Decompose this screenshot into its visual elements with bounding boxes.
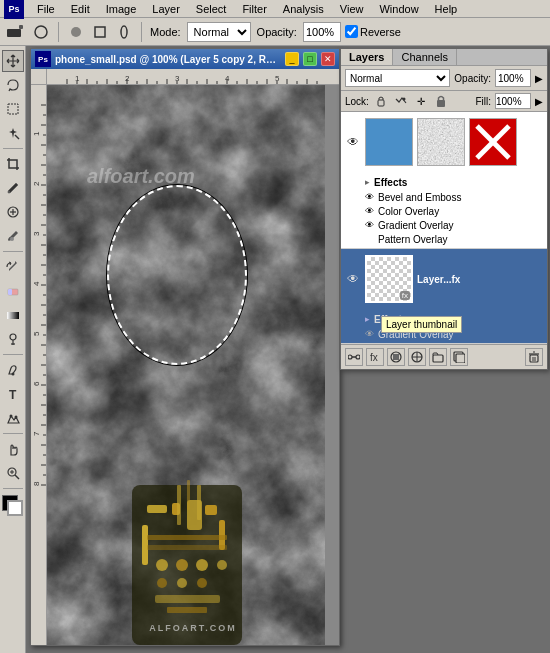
- link-layers-btn[interactable]: [345, 348, 363, 366]
- menu-analysis[interactable]: Analysis: [280, 3, 327, 15]
- svg-text:4: 4: [32, 281, 41, 286]
- svg-point-5: [121, 26, 127, 38]
- svg-rect-131: [418, 119, 465, 166]
- bevel-emboss-row[interactable]: 👁 Bevel and Emboss: [365, 190, 543, 204]
- menu-edit[interactable]: Edit: [68, 3, 93, 15]
- tool-spot-heal[interactable]: [2, 201, 24, 223]
- tool-dodge[interactable]: [2, 328, 24, 350]
- svg-rect-111: [205, 505, 217, 515]
- layers-lock-row: Lock: ✛: [341, 91, 547, 112]
- menu-window[interactable]: Window: [376, 3, 421, 15]
- canvas-with-ruler: 1 2 3 4 5 6 7 8: [31, 85, 339, 645]
- tool-brush[interactable]: [2, 225, 24, 247]
- tool-move[interactable]: [2, 50, 24, 72]
- brush-shape-soft[interactable]: [65, 21, 87, 43]
- tab-channels[interactable]: Channels: [393, 49, 456, 65]
- layer-row-1[interactable]: 👁: [341, 112, 547, 249]
- lock-transparency-btn[interactable]: [373, 93, 389, 109]
- fill-input[interactable]: [495, 93, 531, 109]
- brush-shape-3[interactable]: [113, 21, 135, 43]
- menu-image[interactable]: Image: [103, 3, 140, 15]
- svg-point-116: [156, 559, 168, 571]
- brush-size-display[interactable]: [30, 21, 52, 43]
- menu-filter[interactable]: Filter: [239, 3, 269, 15]
- tool-clone[interactable]: [2, 256, 24, 278]
- lock-position-btn[interactable]: ✛: [413, 93, 429, 109]
- tab-layers[interactable]: Layers: [341, 49, 393, 65]
- new-layer-btn[interactable]: [450, 348, 468, 366]
- doc-titlebar[interactable]: Ps phone_small.psd @ 100% (Layer 5 copy …: [31, 49, 339, 69]
- new-group-btn[interactable]: [429, 348, 447, 366]
- brush-preset-btn[interactable]: [4, 21, 26, 43]
- blend-mode-select[interactable]: Normal Multiply Screen: [345, 69, 450, 87]
- gradient-overlay-row-2[interactable]: 👁 Gradient Overlay: [365, 327, 543, 341]
- svg-point-134: [348, 355, 352, 359]
- menu-layer[interactable]: Layer: [149, 3, 183, 15]
- layers-panel: Layers Channels Normal Multiply Screen O…: [340, 48, 548, 370]
- tool-gradient[interactable]: [2, 304, 24, 326]
- add-mask-btn[interactable]: [387, 348, 405, 366]
- gradient-overlay-row[interactable]: 👁 Gradient Overlay: [365, 218, 543, 232]
- tool-zoom[interactable]: [2, 462, 24, 484]
- fg-bg-colors[interactable]: [2, 495, 24, 517]
- tool-eraser[interactable]: [2, 280, 24, 302]
- tool-crop[interactable]: [2, 153, 24, 175]
- tool-eyedropper[interactable]: [2, 177, 24, 199]
- layer-1-eye[interactable]: 👁: [345, 134, 361, 150]
- opacity-input[interactable]: [495, 69, 531, 87]
- reverse-checkbox-label[interactable]: Reverse: [345, 25, 401, 38]
- effects-header-2: Effects: [374, 314, 407, 325]
- menu-help[interactable]: Help: [432, 3, 461, 15]
- minimize-btn[interactable]: _: [285, 52, 299, 66]
- svg-point-122: [217, 560, 227, 570]
- menu-file[interactable]: File: [34, 3, 58, 15]
- svg-rect-125: [177, 485, 181, 525]
- layers-footer: fx: [341, 345, 547, 369]
- lock-all-btn[interactable]: [433, 93, 449, 109]
- tool-hand[interactable]: [2, 438, 24, 460]
- color-overlay-row[interactable]: 👁 Color Overlay: [365, 204, 543, 218]
- svg-rect-142: [456, 354, 465, 363]
- layer-2-thumb: fx: [365, 255, 413, 303]
- layer-row-2[interactable]: 👁 fx Layer...fx ▸ Effects: [341, 249, 547, 344]
- tool-type[interactable]: T: [2, 383, 24, 405]
- opacity-label: Opacity:: [255, 26, 299, 38]
- tool-sep-2: [3, 251, 23, 252]
- svg-text:2: 2: [32, 181, 41, 186]
- layer-1-thumb-x: [469, 118, 517, 166]
- svg-rect-130: [437, 100, 445, 107]
- canvas-container: alfoart.com ALFOART.COM: [47, 85, 339, 645]
- ps-logo: Ps: [4, 0, 24, 19]
- tool-marquee[interactable]: [2, 98, 24, 120]
- svg-rect-112: [142, 525, 148, 565]
- tool-pen[interactable]: [2, 359, 24, 381]
- brush-shape-hard[interactable]: [89, 21, 111, 43]
- fill-arrow[interactable]: ▶: [535, 96, 543, 107]
- opacity-input[interactable]: [303, 22, 341, 42]
- doc-title: phone_small.psd @ 100% (Layer 5 copy 2, …: [55, 54, 281, 65]
- svg-point-3: [71, 27, 81, 37]
- top-ruler-row: 1 2 3 4 5: [31, 69, 339, 85]
- lock-image-btn[interactable]: [393, 93, 409, 109]
- menu-view[interactable]: View: [337, 3, 367, 15]
- reverse-checkbox[interactable]: [345, 25, 358, 38]
- delete-layer-btn[interactable]: [525, 348, 543, 366]
- pattern-overlay-row[interactable]: 👁 Pattern Overlay: [365, 232, 543, 246]
- color-overlay-label: Color Overlay: [378, 206, 439, 217]
- add-style-btn[interactable]: fx: [366, 348, 384, 366]
- tool-lasso[interactable]: [2, 74, 24, 96]
- new-adjustment-btn[interactable]: [408, 348, 426, 366]
- svg-point-135: [356, 355, 360, 359]
- close-btn[interactable]: ✕: [321, 52, 335, 66]
- opacity-arrow[interactable]: ▶: [535, 73, 543, 84]
- layer-2-eye[interactable]: 👁: [345, 271, 361, 287]
- menu-select[interactable]: Select: [193, 3, 230, 15]
- svg-point-16: [10, 334, 16, 340]
- layers-list: 👁: [341, 112, 547, 345]
- tool-path-select[interactable]: [2, 407, 24, 429]
- tool-magic-wand[interactable]: [2, 122, 24, 144]
- maximize-btn[interactable]: □: [303, 52, 317, 66]
- svg-rect-115: [147, 545, 227, 550]
- mode-select[interactable]: Normal Multiply Screen: [187, 22, 251, 42]
- svg-point-21: [9, 415, 12, 418]
